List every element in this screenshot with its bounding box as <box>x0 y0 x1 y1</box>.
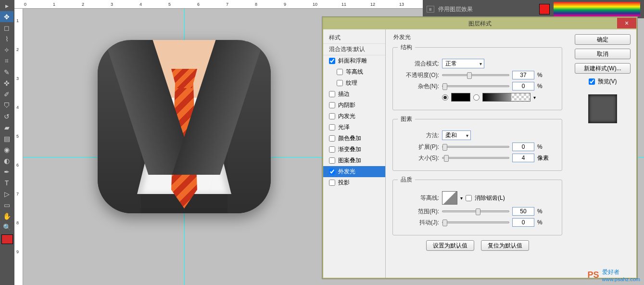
move-tool-icon[interactable]: ✥ <box>0 11 13 22</box>
style-checkbox[interactable] <box>337 80 343 86</box>
color-swatch[interactable] <box>539 4 550 14</box>
antialias-checkbox[interactable] <box>466 195 472 201</box>
path-tool-icon[interactable]: ▷ <box>0 188 13 199</box>
style-checkbox[interactable] <box>329 157 335 164</box>
color-radio[interactable] <box>442 94 448 101</box>
method-select[interactable]: 柔和 <box>442 130 471 140</box>
settings-panel: 外发光 结构 混合模式: 正常 不透明度(O): % 杂色(N): % <box>386 29 569 278</box>
history-brush-icon[interactable]: ↺ <box>0 111 13 122</box>
noise-input[interactable] <box>512 82 534 91</box>
wand-tool-icon[interactable]: ✧ <box>0 44 13 55</box>
section-title: 外发光 <box>392 33 562 41</box>
blend-mode-select[interactable]: 正常 <box>442 59 484 68</box>
style-item[interactable]: 内发光 <box>323 111 385 122</box>
range-input[interactable] <box>512 207 534 216</box>
style-item[interactable]: 颜色叠加 <box>323 133 385 144</box>
layers-icon[interactable]: ≡ <box>427 6 434 13</box>
style-label: 内发光 <box>338 112 355 120</box>
gradient-tool-icon[interactable]: ▤ <box>0 133 13 144</box>
range-slider[interactable] <box>442 210 509 212</box>
reset-default-button[interactable]: 复位为默认值 <box>481 240 529 251</box>
hand-tool-icon[interactable]: ✋ <box>0 210 13 221</box>
quality-group: 品质 等高线: ▾ 消除锯齿(L) 范围(R): % 抖动(J): <box>392 176 562 235</box>
style-checkbox[interactable] <box>329 113 335 119</box>
styles-header[interactable]: 样式 <box>323 32 385 43</box>
brush-tool-icon[interactable]: ✐ <box>0 89 13 100</box>
noise-slider[interactable] <box>442 85 509 87</box>
style-checkbox[interactable] <box>329 146 335 153</box>
blend-options-item[interactable]: 混合选项:默认 <box>323 43 385 55</box>
spread-slider[interactable] <box>442 146 509 148</box>
style-item[interactable]: 等高线 <box>323 66 385 78</box>
dialog-close-button[interactable]: × <box>617 18 636 28</box>
lasso-tool-icon[interactable]: ⌇ <box>0 33 13 44</box>
styles-list: 样式 混合选项:默认 斜面和浮雕等高线纹理描边内阴影内发光光泽颜色叠加渐变叠加图… <box>323 29 386 278</box>
style-item[interactable]: 投影 <box>323 177 385 188</box>
style-checkbox[interactable] <box>329 91 335 97</box>
dialog-titlebar[interactable]: 图层样式 × <box>323 18 636 29</box>
style-item[interactable]: 渐变叠加 <box>323 144 385 155</box>
style-checkbox[interactable] <box>329 58 335 64</box>
spread-unit: % <box>537 143 543 150</box>
style-item[interactable]: 内阴影 <box>323 100 385 111</box>
noise-label: 杂色(N): <box>398 82 439 91</box>
jitter-input[interactable] <box>512 218 534 227</box>
structure-legend: 结构 <box>398 43 415 52</box>
color-ramp[interactable] <box>554 2 640 16</box>
heal-tool-icon[interactable]: ✜ <box>0 78 13 89</box>
menu-disable-effects[interactable]: 停用图层效果 <box>438 5 473 13</box>
size-slider[interactable] <box>442 157 509 159</box>
style-checkbox[interactable] <box>329 180 335 186</box>
opacity-label: 不透明度(O): <box>398 71 439 79</box>
gradient-radio[interactable] <box>473 94 480 101</box>
style-item[interactable]: 图案叠加 <box>323 155 385 166</box>
blend-mode-label: 混合模式: <box>398 60 439 68</box>
style-item[interactable]: 斜面和浮雕 <box>323 55 385 66</box>
dodge-tool-icon[interactable]: ◐ <box>0 155 13 166</box>
eyedropper-tool-icon[interactable]: ✎ <box>0 66 13 78</box>
size-label: 大小(S): <box>398 154 439 162</box>
preview-swatch <box>588 94 617 123</box>
style-label: 描边 <box>338 90 350 98</box>
marquee-tool-icon[interactable]: ◻ <box>0 22 13 33</box>
jitter-unit: % <box>537 219 543 226</box>
jitter-slider[interactable] <box>442 221 509 223</box>
style-checkbox[interactable] <box>329 135 335 142</box>
eraser-tool-icon[interactable]: ▰ <box>0 122 13 133</box>
ok-button[interactable]: 确定 <box>575 34 631 45</box>
new-style-button[interactable]: 新建样式(W)... <box>575 63 631 74</box>
crop-tool-icon[interactable]: ⌗ <box>0 55 13 66</box>
style-item[interactable]: 纹理 <box>323 78 385 89</box>
make-default-button[interactable]: 设置为默认值 <box>426 240 474 251</box>
style-checkbox[interactable] <box>329 168 335 175</box>
glow-gradient-picker[interactable] <box>482 93 530 102</box>
style-checkbox[interactable] <box>337 69 343 75</box>
stamp-tool-icon[interactable]: ⛉ <box>0 100 13 111</box>
style-checkbox[interactable] <box>329 124 335 130</box>
tool-toolbar: ▸ ✥ ◻ ⌇ ✧ ⌗ ✎ ✜ ✐ ⛉ ↺ ▰ ▤ ◉ ◐ ✒ T ▷ ▭ ✋ … <box>0 0 14 285</box>
structure-group: 结构 混合模式: 正常 不透明度(O): % 杂色(N): % <box>392 43 562 110</box>
opacity-input[interactable] <box>512 71 534 79</box>
spread-input[interactable] <box>512 142 534 151</box>
cancel-button[interactable]: 取消 <box>575 49 631 59</box>
watermark: PS 爱好者 www.psahz.com <box>588 268 641 282</box>
opacity-slider[interactable] <box>442 74 509 76</box>
foreground-color-swatch[interactable] <box>1 234 13 244</box>
blur-tool-icon[interactable]: ◉ <box>0 144 13 155</box>
style-item[interactable]: 光泽 <box>323 122 385 133</box>
style-item[interactable]: 描边 <box>323 89 385 100</box>
style-label: 外发光 <box>338 168 355 176</box>
glow-color-picker[interactable] <box>451 93 470 102</box>
pen-tool-icon[interactable]: ✒ <box>0 166 13 177</box>
zoom-tool-icon[interactable]: 🔍 <box>0 221 13 233</box>
preview-checkbox[interactable] <box>589 78 595 85</box>
type-tool-icon[interactable]: T <box>0 177 13 188</box>
contour-picker[interactable] <box>442 191 457 205</box>
expand-tool-icon[interactable]: ▸ <box>0 0 13 11</box>
style-item[interactable]: 外发光 <box>323 166 385 177</box>
dialog-title-text: 图层样式 <box>468 20 492 28</box>
style-checkbox[interactable] <box>329 102 335 108</box>
watermark-url: www.psahz.com <box>602 276 640 282</box>
size-input[interactable] <box>512 154 534 162</box>
shape-tool-icon[interactable]: ▭ <box>0 199 13 210</box>
